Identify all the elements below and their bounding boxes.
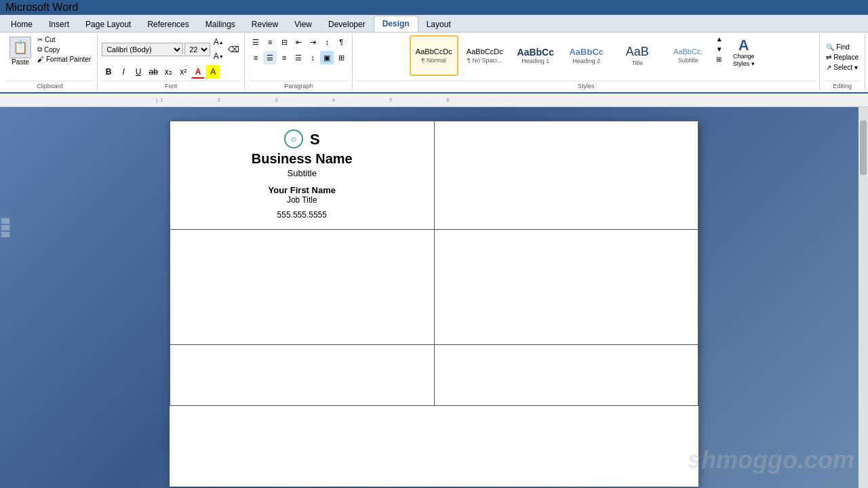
card-cell-bot-left[interactable] [170, 345, 435, 406]
card-cell-top-left[interactable]: ⊙ S Business Name Subtitle Your First Na… [170, 121, 435, 230]
tab-review[interactable]: Review [243, 17, 286, 32]
shading-button[interactable]: ▣ [320, 51, 334, 64]
find-button[interactable]: 🔍 Find [824, 43, 851, 52]
show-formatting-button[interactable]: ¶ [334, 35, 348, 49]
paragraph-label: Paragraph [249, 81, 348, 89]
copy-button[interactable]: ⧉ Copy [35, 45, 93, 54]
style-heading2-label: Heading 2 [572, 58, 600, 64]
subscript-button[interactable]: x₂ [161, 65, 175, 79]
change-styles-label: ChangeStyles ▾ [733, 53, 755, 68]
font-color-button[interactable]: A [191, 65, 205, 79]
align-right-button[interactable]: ≡ [277, 51, 291, 64]
tab-home[interactable]: Home [3, 17, 41, 32]
style-heading1-label: Heading 1 [521, 58, 549, 64]
underline-button[interactable]: U [132, 65, 145, 79]
bold-button[interactable]: B [102, 65, 115, 79]
style-title-label: Title [631, 60, 643, 66]
multilevel-list-button[interactable]: ⊟ [277, 35, 291, 49]
italic-button[interactable]: I [117, 65, 130, 79]
grow-font-button[interactable]: A▲ [212, 35, 225, 49]
tab-references[interactable]: References [139, 17, 197, 32]
paste-label: Paste [12, 58, 29, 66]
tab-view[interactable]: View [286, 17, 320, 32]
paste-button[interactable]: 📋 Paste [7, 35, 34, 67]
style-no-spacing-preview: AaBbCcDc [467, 47, 503, 56]
tab-insert[interactable]: Insert [41, 17, 77, 32]
styles-scroll-down[interactable]: ▼ [716, 45, 723, 53]
clipboard-group: 📋 Paste ✂ Cut ⧉ Copy 🖌 Format Painter [3, 34, 98, 91]
document-page[interactable]: ⊙ S Business Name Subtitle Your First Na… [170, 121, 698, 487]
style-heading2-preview: AaBbCc [569, 47, 604, 58]
ribbon: 📋 Paste ✂ Cut ⧉ Copy 🖌 Format Painter [0, 33, 868, 94]
clear-formatting-button[interactable]: ⌫ [226, 43, 240, 56]
select-icon: ↗ [826, 64, 831, 71]
align-left-button[interactable]: ≡ [249, 51, 262, 64]
style-title[interactable]: AaB Title [613, 35, 662, 76]
title-bar: Microsoft Word [0, 0, 868, 15]
card-cell-bot-right[interactable] [434, 345, 698, 406]
select-button[interactable]: ↗ Select ▾ [824, 63, 860, 72]
tab-layout[interactable]: Layout [418, 17, 459, 32]
numbered-list-button[interactable]: ≡ [263, 35, 277, 49]
ruler: | 1 2 3 4 5 6 [0, 94, 868, 107]
tab-developer[interactable]: Developer [320, 17, 374, 32]
card-cell-mid-left[interactable] [170, 230, 435, 345]
style-subtitle[interactable]: AaBbCc. Subtitle [664, 35, 713, 76]
replace-button[interactable]: ⇄ Replace [824, 53, 861, 62]
style-heading1[interactable]: AaBbCc Heading 1 [511, 35, 560, 76]
paste-icon: 📋 [9, 37, 31, 58]
style-normal[interactable]: AaBbCcDc ¶ Normal [410, 35, 458, 76]
style-normal-preview: AaBbCcDc [416, 47, 452, 56]
change-styles-icon: A [738, 38, 749, 53]
tab-mailings[interactable]: Mailings [197, 17, 243, 32]
scrollbar[interactable] [859, 107, 868, 488]
business-card-table: ⊙ S Business Name Subtitle Your First Na… [170, 121, 698, 406]
card-job-title: Job Title [287, 195, 317, 205]
editing-group: 🔍 Find ⇄ Replace ↗ Select ▾ Editing [820, 34, 865, 91]
style-subtitle-preview: AaBbCc. [673, 47, 703, 56]
increase-indent-button[interactable]: ⇥ [306, 35, 319, 49]
tab-design[interactable]: Design [374, 16, 418, 32]
style-normal-label: ¶ Normal [422, 57, 446, 64]
scrollbar-thumb[interactable] [860, 121, 867, 175]
justify-button[interactable]: ☰ [292, 51, 305, 64]
superscript-button[interactable]: x² [176, 65, 190, 79]
font-family-select[interactable]: Calibri (Body) [102, 43, 183, 56]
font-size-select[interactable]: 22 [184, 43, 210, 56]
watermark: shmoggo.com [688, 446, 854, 474]
decrease-indent-button[interactable]: ⇤ [292, 35, 305, 49]
line-spacing-button[interactable]: ↕ [306, 51, 319, 64]
format-painter-icon: 🖌 [37, 56, 44, 63]
left-sidebar [0, 216, 11, 240]
shrink-font-button[interactable]: A▼ [212, 49, 225, 63]
change-styles-button[interactable]: A ChangeStyles ▾ [725, 35, 763, 70]
style-no-spacing-label: ¶ No Spaci... [467, 57, 502, 64]
card-subtitle: Subtitle [288, 168, 317, 178]
card-phone: 555.555.5555 [277, 210, 327, 220]
clipboard-label: Clipboard [7, 81, 93, 89]
style-heading2[interactable]: AaBbCc Heading 2 [562, 35, 611, 76]
bullet-list-button[interactable]: ☰ [249, 35, 262, 49]
styles-scroll-up[interactable]: ▲ [716, 35, 723, 43]
font-label: Font [102, 81, 240, 89]
strikethrough-button[interactable]: ab [146, 65, 160, 79]
align-center-button[interactable]: ☰ [263, 51, 277, 64]
card-cell-top-right[interactable] [434, 121, 698, 230]
borders-button[interactable]: ⊞ [334, 51, 348, 64]
cut-button[interactable]: ✂ Cut [35, 35, 93, 44]
scissors-icon: ✂ [37, 36, 43, 43]
text-highlight-button[interactable]: A [206, 65, 220, 79]
style-title-preview: AaB [626, 45, 649, 60]
replace-icon: ⇄ [826, 54, 831, 61]
card-cell-mid-right[interactable] [434, 230, 698, 345]
styles-more[interactable]: ⊞ [716, 56, 723, 63]
paragraph-group: ☰ ≡ ⊟ ⇤ ⇥ ↕ ¶ ≡ ☰ ≡ ☰ ↕ ▣ ⊞ Paragraph [245, 34, 353, 91]
sort-button[interactable]: ↕ [320, 35, 334, 49]
copy-icon: ⧉ [37, 45, 42, 54]
format-painter-button[interactable]: 🖌 Format Painter [35, 55, 93, 64]
tab-pagelayout[interactable]: Page Layout [77, 17, 139, 32]
style-subtitle-label: Subtitle [678, 57, 698, 64]
style-no-spacing[interactable]: AaBbCcDc ¶ No Spaci... [460, 35, 509, 76]
card-business-name: Business Name [252, 151, 353, 167]
document-area: ⊙ S Business Name Subtitle Your First Na… [0, 107, 868, 488]
